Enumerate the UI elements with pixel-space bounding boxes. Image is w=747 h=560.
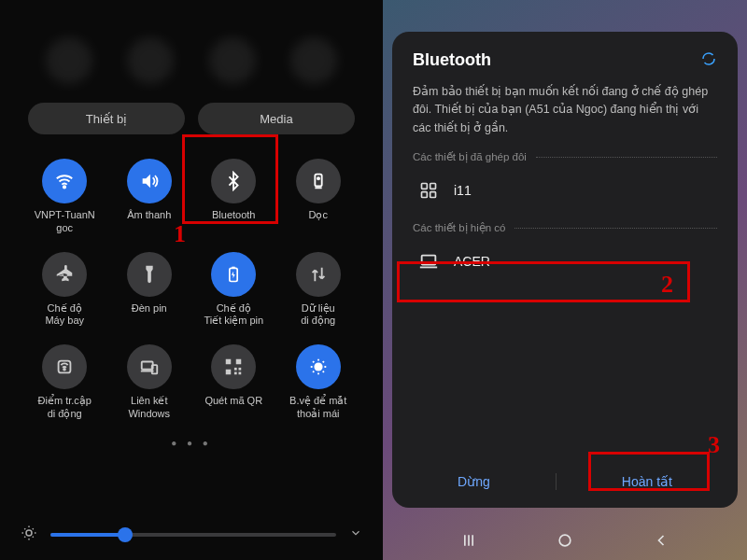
grid-icon (418, 180, 439, 201)
refresh-icon[interactable] (700, 50, 717, 70)
done-button[interactable]: Hoàn tất (601, 467, 693, 497)
available-device-acer[interactable]: ACER (413, 240, 717, 283)
qs-label: Dữ liệu di động (301, 302, 335, 329)
brightness-icon (21, 525, 37, 545)
qs-toggle-sound[interactable] (127, 159, 172, 203)
qs-tile-battery: Chế độ Tiết kiệm pin (193, 252, 275, 329)
paired-devices-label: Các thiết bị đã ghép đôi (413, 150, 717, 163)
back-button[interactable] (651, 530, 671, 551)
stop-button[interactable]: Dừng (437, 467, 511, 497)
svg-point-17 (26, 530, 32, 536)
quick-settings-grid: VNPT-TuanN gocÂm thanhBluetoothDọcChế độ… (0, 151, 383, 428)
qs-tile-wifi: VNPT-TuanN goc (24, 159, 106, 235)
svg-point-2 (317, 177, 319, 179)
divider (556, 473, 557, 490)
qs-tile-hotspot: Điểm tr.cập di động (24, 344, 106, 421)
qs-tile-airplane: Chế độ Máy bay (24, 252, 106, 329)
svg-rect-13 (239, 368, 242, 371)
qs-toggle-eye[interactable] (296, 344, 341, 389)
svg-point-16 (314, 362, 322, 371)
svg-rect-8 (152, 365, 158, 373)
qs-label: Liên kết Windows (128, 395, 170, 421)
svg-rect-21 (430, 192, 436, 198)
device-name: i11 (454, 183, 472, 198)
qs-tile-link: Liên kết Windows (109, 344, 190, 421)
svg-rect-14 (234, 372, 237, 375)
qs-label: Chế độ Máy bay (45, 302, 84, 329)
svg-rect-20 (422, 192, 428, 198)
paired-device-i11[interactable]: i11 (413, 169, 717, 212)
svg-point-6 (63, 369, 65, 371)
qs-toggle-mobiledata[interactable] (296, 252, 341, 297)
svg-rect-18 (422, 184, 428, 189)
qs-label: Dọc (309, 209, 328, 222)
qs-label: Đèn pin (132, 302, 167, 315)
qs-label: Âm thanh (127, 209, 171, 222)
qs-tile-flashlight: Đèn pin (109, 252, 190, 329)
qs-label: B.vệ để mắt thoải mái (289, 395, 346, 421)
blurred-background-icons (0, 28, 383, 103)
qs-label: Điểm tr.cập di động (38, 395, 92, 421)
notification-tabs: Thiết bị Media (0, 103, 383, 151)
tab-media[interactable]: Media (198, 103, 355, 134)
svg-rect-19 (430, 184, 436, 189)
qs-toggle-battery[interactable] (211, 252, 256, 297)
qs-tile-qr: Quét mã QR (193, 344, 275, 421)
brightness-slider[interactable] (50, 533, 336, 537)
bluetooth-panel: Bluetooth Đảm bảo thiết bị bạn muốn kết … (383, 0, 747, 560)
svg-point-0 (63, 186, 65, 188)
qs-tile-rotation: Dọc (278, 159, 359, 235)
svg-point-23 (559, 535, 571, 546)
recents-button[interactable] (458, 530, 479, 551)
quick-settings-panel: Thiết bị Media VNPT-TuanN gocÂm thanhBlu… (0, 0, 383, 560)
svg-rect-10 (236, 359, 242, 365)
qs-toggle-bluetooth[interactable] (211, 159, 256, 203)
qs-toggle-airplane[interactable] (42, 252, 87, 297)
qs-label: VNPT-TuanN goc (35, 209, 95, 235)
qs-toggle-hotspot[interactable] (42, 344, 87, 389)
svg-rect-15 (239, 372, 242, 375)
qs-toggle-qr[interactable] (211, 344, 256, 389)
page-indicator: ● ● ● (0, 428, 383, 454)
tab-devices[interactable]: Thiết bị (28, 103, 185, 134)
available-devices-label: Các thiết bị hiện có (413, 221, 717, 234)
qs-toggle-link[interactable] (127, 344, 172, 389)
qs-label: Quét mã QR (204, 395, 262, 408)
navigation-bar (383, 521, 747, 560)
qs-tile-eye: B.vệ để mắt thoải mái (278, 344, 359, 421)
svg-rect-11 (226, 370, 232, 375)
expand-icon[interactable] (349, 526, 362, 543)
qs-toggle-flashlight[interactable] (127, 252, 172, 297)
qs-tile-mobiledata: Dữ liệu di động (278, 252, 359, 329)
laptop-icon (418, 251, 439, 272)
device-name: ACER (454, 254, 490, 269)
brightness-control (21, 525, 362, 545)
qs-label: Bluetooth (212, 209, 255, 222)
home-button[interactable] (555, 530, 575, 551)
qs-tile-bluetooth: Bluetooth (193, 159, 275, 235)
qs-toggle-wifi[interactable] (42, 159, 87, 203)
qs-toggle-rotation[interactable] (296, 159, 341, 203)
bluetooth-sheet: Bluetooth Đảm bảo thiết bị bạn muốn kết … (392, 32, 738, 508)
bluetooth-actions: Dừng Hoàn tất (392, 467, 738, 497)
svg-rect-4 (233, 266, 235, 268)
bluetooth-title: Bluetooth (413, 50, 491, 70)
qs-tile-sound: Âm thanh (109, 159, 190, 235)
svg-rect-9 (226, 359, 232, 365)
bluetooth-description: Đảm bảo thiết bị bạn muốn kết nối đang ở… (413, 83, 717, 137)
qs-label: Chế độ Tiết kiệm pin (204, 302, 263, 329)
svg-rect-12 (234, 368, 237, 371)
svg-rect-22 (422, 256, 436, 265)
